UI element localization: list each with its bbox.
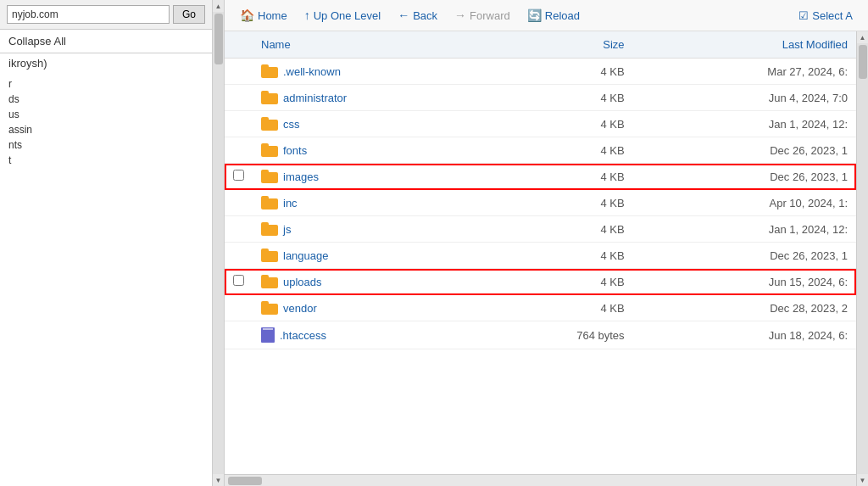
up-icon: ↑ — [304, 8, 310, 22]
row-name-cell[interactable]: administrator — [253, 85, 480, 111]
row-name-cell[interactable]: vendor — [253, 295, 480, 321]
row-size-cell: 4 KB — [480, 164, 642, 190]
back-icon: ← — [398, 8, 409, 22]
home-button[interactable]: 🏠 Home — [233, 5, 294, 25]
row-name-cell[interactable]: js — [253, 216, 480, 243]
table-row[interactable]: uploads4 KBJun 15, 2024, 6: — [225, 269, 856, 295]
row-checkbox-cell[interactable] — [225, 137, 253, 164]
file-name-content: images — [261, 170, 471, 183]
row-checkbox-cell[interactable] — [225, 243, 253, 269]
row-name-cell[interactable]: css — [253, 111, 480, 137]
main-content: Name Size Last Modified .well-known4 KBM… — [225, 31, 856, 486]
forward-button[interactable]: → Forward — [448, 5, 517, 25]
row-checkbox[interactable] — [233, 275, 244, 286]
folder-icon — [261, 249, 278, 262]
select-all-button[interactable]: ☑ Select A — [792, 6, 860, 25]
row-modified-cell: Dec 26, 2023, 1 — [642, 243, 856, 269]
row-modified-cell: Mar 27, 2024, 6: — [642, 59, 856, 85]
reload-icon: 🔄 — [527, 8, 542, 22]
row-checkbox[interactable] — [233, 170, 244, 181]
url-input[interactable] — [7, 5, 170, 24]
row-checkbox-cell[interactable] — [225, 295, 253, 321]
file-name-label: language — [283, 249, 329, 262]
sidebar-item-us[interactable]: us — [0, 107, 212, 122]
select-all-label: Select A — [812, 9, 853, 22]
row-checkbox-cell[interactable] — [225, 111, 253, 137]
row-name-cell[interactable]: inc — [253, 190, 480, 216]
row-name-cell[interactable]: .well-known — [253, 59, 480, 85]
row-checkbox-cell[interactable] — [225, 164, 253, 190]
file-name-content: .htaccess — [261, 327, 471, 343]
sidebar-item-t[interactable]: t — [0, 153, 212, 168]
home-icon: 🏠 — [240, 8, 254, 22]
sidebar-item-assin[interactable]: assin — [0, 122, 212, 137]
sidebar-top: Go — [0, 0, 212, 30]
row-name-cell[interactable]: .htaccess — [253, 321, 480, 349]
scroll-up-arrow[interactable]: ▲ — [213, 0, 224, 12]
sidebar-item-ds[interactable]: ds — [0, 92, 212, 107]
folder-icon — [261, 170, 278, 183]
main-panel: 🏠 Home ↑ Up One Level ← Back → Forward 🔄… — [225, 0, 868, 486]
row-modified-cell: Dec 26, 2023, 1 — [642, 137, 856, 164]
main-scroll-thumb[interactable] — [859, 45, 867, 79]
reload-button[interactable]: 🔄 Reload — [520, 5, 587, 25]
file-table-wrapper[interactable]: Name Size Last Modified .well-known4 KBM… — [225, 31, 856, 474]
col-name-header[interactable]: Name — [253, 31, 480, 59]
row-modified-cell: Jun 15, 2024, 6: — [642, 269, 856, 295]
row-modified-cell: Jan 1, 2024, 12: — [642, 216, 856, 243]
row-name-cell[interactable]: images — [253, 164, 480, 190]
scroll-down-arrow[interactable]: ▼ — [213, 474, 224, 486]
sidebar-item-r[interactable]: r — [0, 76, 212, 92]
back-button[interactable]: ← Back — [391, 5, 444, 25]
main-with-scroll: Name Size Last Modified .well-known4 KBM… — [225, 31, 868, 486]
table-row[interactable]: .htaccess764 bytesJun 18, 2024, 6: — [225, 321, 856, 349]
table-row[interactable]: .well-known4 KBMar 27, 2024, 6: — [225, 59, 856, 85]
sidebar-scrollbar[interactable]: ▲ ▼ — [212, 0, 224, 486]
sidebar-item-nts[interactable]: nts — [0, 137, 212, 153]
go-button[interactable]: Go — [173, 5, 205, 24]
row-checkbox-cell[interactable] — [225, 321, 253, 349]
table-row[interactable]: language4 KBDec 26, 2023, 1 — [225, 243, 856, 269]
collapse-all-button[interactable]: Collapse All — [0, 30, 212, 53]
row-name-cell[interactable]: fonts — [253, 137, 480, 164]
file-name-label: css — [283, 118, 300, 131]
toolbar: 🏠 Home ↑ Up One Level ← Back → Forward 🔄… — [225, 0, 868, 31]
h-scroll-thumb[interactable] — [228, 477, 262, 485]
folder-icon — [261, 64, 278, 78]
sidebar-content: Go Collapse All ikroysh) r ds us assin n… — [0, 0, 212, 486]
bottom-scrollbar[interactable] — [225, 474, 856, 486]
row-checkbox-cell[interactable] — [225, 59, 253, 85]
file-name-content: .well-known — [261, 64, 471, 78]
row-size-cell: 4 KB — [480, 59, 642, 85]
row-checkbox-cell[interactable] — [225, 269, 253, 295]
main-scrollbar[interactable]: ▲ ▼ — [856, 31, 868, 486]
sidebar-tree: r ds us assin nts t — [0, 73, 212, 486]
sidebar-user: ikroysh) — [0, 53, 212, 73]
main-scroll-down[interactable]: ▼ — [857, 474, 868, 486]
table-row[interactable]: vendor4 KBDec 28, 2023, 2 — [225, 295, 856, 321]
row-checkbox-cell[interactable] — [225, 85, 253, 111]
col-modified-header[interactable]: Last Modified — [642, 31, 856, 59]
file-name-label: uploads — [283, 276, 322, 288]
table-row[interactable]: fonts4 KBDec 26, 2023, 1 — [225, 137, 856, 164]
row-size-cell: 4 KB — [480, 295, 642, 321]
table-row[interactable]: inc4 KBApr 10, 2024, 1: — [225, 190, 856, 216]
scroll-thumb[interactable] — [214, 14, 223, 64]
file-name-content: uploads — [261, 275, 471, 288]
file-name-label: images — [283, 170, 319, 183]
row-name-cell[interactable]: language — [253, 243, 480, 269]
table-row[interactable]: administrator4 KBJun 4, 2024, 7:0 — [225, 85, 856, 111]
row-checkbox-cell[interactable] — [225, 190, 253, 216]
main-scroll-up[interactable]: ▲ — [857, 31, 868, 43]
back-label: Back — [413, 9, 437, 22]
table-row[interactable]: images4 KBDec 26, 2023, 1 — [225, 164, 856, 190]
table-row[interactable]: css4 KBJan 1, 2024, 12: — [225, 111, 856, 137]
row-size-cell: 4 KB — [480, 243, 642, 269]
col-size-header[interactable]: Size — [480, 31, 642, 59]
row-checkbox-cell[interactable] — [225, 216, 253, 243]
file-name-label: .htaccess — [280, 329, 326, 342]
table-row[interactable]: js4 KBJan 1, 2024, 12: — [225, 216, 856, 243]
up-one-level-button[interactable]: ↑ Up One Level — [298, 5, 388, 25]
folder-icon — [261, 301, 278, 315]
row-name-cell[interactable]: uploads — [253, 269, 480, 295]
